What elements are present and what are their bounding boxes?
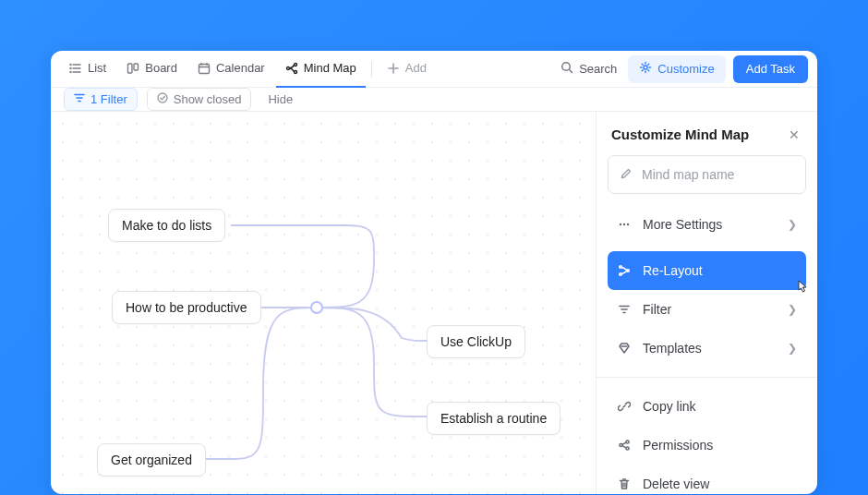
app-window: List Board Calendar Mind Map Add [51, 51, 817, 494]
svg-point-19 [644, 66, 647, 69]
tab-board-label: Board [145, 61, 177, 75]
tab-board[interactable]: Board [117, 51, 187, 88]
svg-point-36 [626, 447, 629, 450]
search-icon [561, 61, 573, 77]
trash-icon [617, 477, 632, 491]
list-icon [69, 62, 82, 75]
link-icon [617, 399, 632, 414]
filter-label: Filter [643, 302, 671, 317]
tab-calendar[interactable]: Calendar [188, 51, 274, 88]
svg-rect-6 [128, 64, 133, 73]
delete-view-label: Delete view [643, 477, 709, 491]
show-closed-chip[interactable]: Show closed [147, 88, 252, 111]
svg-point-4 [70, 67, 71, 68]
chevron-right-icon: ❯ [788, 303, 797, 316]
node-label: Make to do lists [122, 218, 211, 233]
node-how-to-be-productive[interactable]: How to be productive [112, 291, 261, 324]
svg-point-23 [158, 93, 167, 103]
svg-point-26 [627, 223, 629, 225]
plus-icon [387, 62, 400, 75]
svg-point-34 [620, 443, 622, 446]
copy-link-item[interactable]: Copy link [608, 387, 806, 426]
check-circle-icon [157, 92, 168, 106]
mindmap-icon [285, 62, 298, 75]
permissions-item[interactable]: Permissions [608, 426, 806, 465]
filter-count-label: 1 Filter [90, 92, 127, 106]
customize-panel: Customize Mind Map ✕ Mind map name More … [596, 112, 817, 494]
templates-label: Templates [643, 341, 702, 356]
svg-line-18 [569, 69, 572, 72]
tab-list[interactable]: List [60, 51, 115, 88]
calendar-icon [198, 62, 211, 75]
view-tabs-bar: List Board Calendar Mind Map Add [51, 51, 817, 88]
filter-bar: 1 Filter Show closed Hide [51, 88, 817, 112]
delete-view-item[interactable]: Delete view [608, 465, 806, 494]
relayout-item[interactable]: Re-Layout [608, 251, 806, 290]
separator [371, 61, 372, 78]
customize-label: Customize [657, 62, 714, 76]
node-label: Establish a routine [440, 411, 547, 426]
pencil-icon [620, 167, 633, 183]
filter-chip[interactable]: 1 Filter [64, 88, 138, 111]
mindmap-canvas[interactable]: Make to do lists How to be productive Us… [51, 112, 596, 494]
more-settings-item[interactable]: More Settings ❯ [608, 205, 806, 244]
node-make-todo-lists[interactable]: Make to do lists [108, 209, 225, 242]
panel-separator [597, 377, 817, 378]
add-view-button[interactable]: Add [378, 51, 436, 88]
svg-rect-8 [199, 64, 209, 73]
svg-point-5 [70, 71, 71, 72]
gear-icon [639, 61, 652, 77]
board-icon [127, 62, 139, 75]
show-closed-label: Show closed [174, 92, 242, 106]
add-view-label: Add [405, 61, 427, 75]
filter-item[interactable]: Filter ❯ [608, 290, 806, 329]
node-label: How to be productive [126, 300, 247, 315]
node-label: Use ClickUp [440, 334, 512, 349]
chevron-right-icon: ❯ [788, 218, 797, 231]
tab-list-label: List [88, 61, 106, 75]
hide-filters-button[interactable]: Hide [260, 89, 300, 110]
search-label: Search [579, 62, 617, 76]
svg-point-12 [286, 66, 289, 69]
close-panel-button[interactable]: ✕ [786, 127, 802, 142]
share-icon [617, 438, 632, 453]
svg-point-35 [626, 441, 629, 443]
filter-icon [617, 302, 632, 317]
customize-button[interactable]: Customize [628, 55, 725, 83]
svg-rect-7 [134, 64, 139, 70]
panel-header: Customize Mind Map ✕ [608, 127, 806, 142]
permissions-label: Permissions [643, 438, 713, 453]
templates-icon [617, 341, 632, 356]
content-body: Make to do lists How to be productive Us… [51, 112, 817, 494]
search-button[interactable]: Search [551, 55, 626, 83]
more-settings-label: More Settings [643, 217, 722, 232]
add-task-button[interactable]: Add Task [733, 55, 808, 83]
relayout-icon [617, 263, 632, 278]
add-task-label: Add Task [746, 62, 795, 76]
hide-label: Hide [268, 92, 293, 106]
ellipsis-icon [617, 217, 632, 232]
name-placeholder: Mind map name [642, 167, 734, 182]
filter-funnel-icon [74, 92, 85, 106]
panel-title: Customize Mind Map [611, 127, 749, 142]
node-get-organized[interactable]: Get organized [97, 443, 206, 477]
svg-line-38 [622, 446, 626, 448]
node-use-clickup[interactable]: Use ClickUp [427, 325, 525, 358]
chevron-right-icon: ❯ [788, 342, 797, 355]
tab-calendar-label: Calendar [216, 61, 265, 75]
node-establish-routine[interactable]: Establish a routine [427, 402, 561, 435]
tab-mindmap-label: Mind Map [304, 61, 356, 75]
svg-point-24 [620, 223, 621, 225]
svg-line-37 [622, 442, 626, 444]
close-icon: ✕ [789, 127, 800, 142]
svg-point-25 [623, 223, 625, 225]
svg-point-3 [70, 64, 71, 65]
templates-item[interactable]: Templates ❯ [608, 329, 806, 368]
node-label: Get organized [111, 453, 192, 467]
copy-link-label: Copy link [643, 399, 696, 414]
tab-mindmap[interactable]: Mind Map [276, 51, 366, 88]
root-node-handle[interactable] [310, 301, 323, 314]
relayout-label: Re-Layout [643, 263, 703, 278]
mindmap-name-input[interactable]: Mind map name [608, 155, 806, 194]
